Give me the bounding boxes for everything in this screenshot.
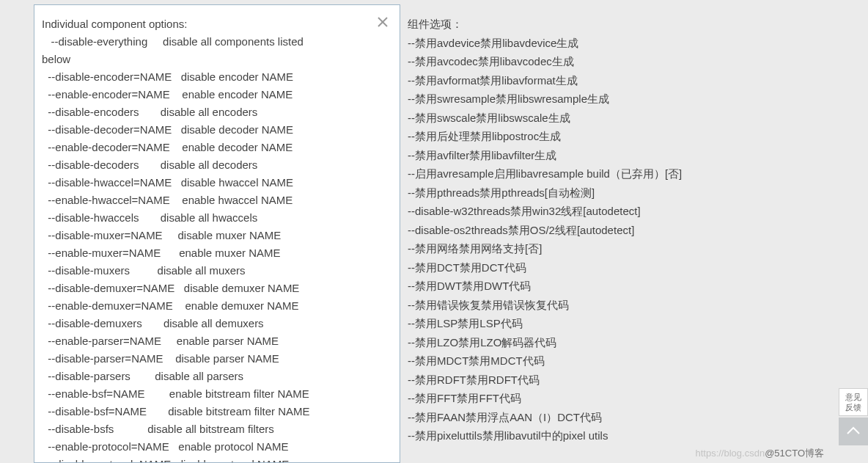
right-line: --禁用avdevice禁用libavdevice生成 [408,34,864,53]
right-lines: --禁用avdevice禁用libavdevice生成--禁用avcodec禁用… [408,34,864,445]
right-line: --禁用FAAN禁用浮点AAN（I）DCT代码 [408,408,864,427]
left-line: --disable-decoders disable all decoders [42,156,389,174]
left-line: --enable-hwaccel=NAME enable hwaccel NAM… [42,192,389,209]
right-line: --disable-os2threads禁用OS/2线程[autodetect] [408,221,864,240]
right-line: --禁用pixeluttils禁用libavutil中的pixel utils [408,426,864,445]
side-widgets: 意见 反馈 [839,388,868,445]
scroll-to-top-button[interactable] [839,418,868,445]
left-line: --disable-muxer=NAME disable muxer NAME [42,227,389,244]
right-line: --禁用LSP禁用LSP代码 [408,314,864,333]
right-line: --禁用MDCT禁用MDCT代码 [408,351,864,371]
left-lines: --disable-everything disable all compone… [42,33,389,463]
left-line: --enable-muxer=NAME enable muxer NAME [42,244,389,262]
left-line: --enable-decoder=NAME enable decoder NAM… [42,139,389,156]
left-line: --enable-demuxer=NAME enable demuxer NAM… [42,297,389,315]
left-line: below [42,51,389,68]
left-line: --disable-bsf=NAME disable bitstream fil… [42,403,389,420]
left-line: --enable-protocol=NAME enable protocol N… [42,438,389,456]
left-line: --disable-hwaccel=NAME disable hwaccel N… [42,174,389,192]
right-heading: 组件选项： [408,15,864,34]
right-line: --禁用pthreads禁用pthreads[自动检测] [408,183,864,203]
close-icon[interactable] [376,15,389,29]
left-line: --disable-encoder=NAME disable encoder N… [42,68,389,86]
chevron-up-icon [846,425,861,438]
right-line: --禁用FFT禁用FFT代码 [408,389,864,408]
left-line: --disable-parsers disable all parsers [42,368,389,385]
left-line: --disable-demuxer=NAME disable demuxer N… [42,280,389,297]
right-line: --禁用网络禁用网络支持[否] [408,239,864,258]
right-line: --禁用LZO禁用LZO解码器代码 [408,333,864,352]
watermark-light: https://blog.csdn [695,448,765,459]
left-line: --disable-everything disable all compone… [42,33,389,51]
source-text-panel: Individual component options: --disable-… [34,4,400,463]
right-line: --禁用DCT禁用DCT代码 [408,258,864,277]
right-line: --禁用avformat禁用libavformat生成 [408,71,864,90]
right-line: --disable-w32threads禁用win32线程[autodetect… [408,202,864,221]
right-line: --启用avresample启用libavresample build（已弃用）… [408,164,864,183]
left-line: --disable-muxers disable all muxers [42,262,389,280]
feedback-label: 意见 反馈 [845,393,861,412]
right-line: --禁用后处理禁用libpostroc生成 [408,127,864,146]
left-line: --disable-encoders disable all encoders [42,103,389,121]
right-line: --禁用RDFT禁用RDFT代码 [408,371,864,390]
left-line: --disable-hwaccels disable all hwaccels [42,209,389,227]
right-line: --禁用swresample禁用libswresample生成 [408,90,864,109]
left-line: --disable-demuxers disable all demuxers [42,315,389,332]
left-line: --disable-parser=NAME disable parser NAM… [42,350,389,368]
right-line: --禁用swscale禁用libswscale生成 [408,109,864,128]
feedback-button[interactable]: 意见 反馈 [839,388,868,416]
right-line: --禁用avfilter禁用libavfilter生成 [408,146,864,165]
watermark: https://blog.csdn@51CTO博客 [695,447,824,460]
left-line: --disable-decoder=NAME disable decoder N… [42,121,389,139]
right-line: --禁用avcodec禁用libavcodec生成 [408,52,864,71]
left-line: --enable-parser=NAME enable parser NAME [42,332,389,350]
right-line: --禁用DWT禁用DWT代码 [408,277,864,296]
watermark-dark: @51CTO博客 [765,448,824,459]
left-line: --disable-bsfs disable all bitstream fil… [42,420,389,438]
left-line: --enable-encoder=NAME enable encoder NAM… [42,86,389,103]
left-line: --disable-protocol=NAME disable protocol… [42,456,389,463]
left-line: --enable-bsf=NAME enable bitstream filte… [42,385,389,403]
left-heading: Individual component options: [42,15,389,33]
translated-text-panel: 组件选项： --禁用avdevice禁用libavdevice生成--禁用avc… [408,4,864,463]
right-line: --禁用错误恢复禁用错误恢复代码 [408,296,864,315]
